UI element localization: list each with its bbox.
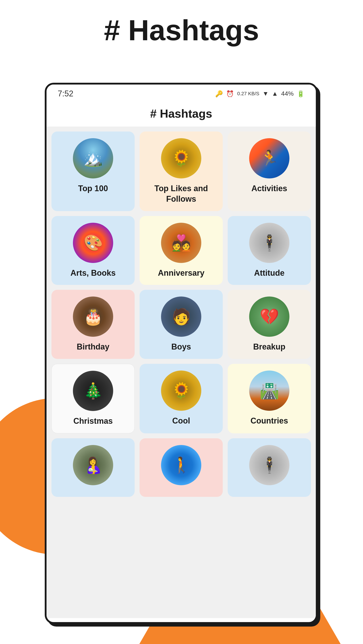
card-toplikes-image [161, 138, 201, 178]
card-top100-label: Top 100 [78, 183, 108, 194]
card-activities-image [249, 138, 290, 178]
card-row5b[interactable] [140, 438, 223, 497]
card-countries-image [249, 370, 290, 411]
app-title-bar: # Hashtags [46, 100, 316, 126]
card-row5c-image [249, 445, 290, 485]
card-top100[interactable]: Top 100 [52, 132, 135, 211]
network-speed: 0.27 KB/S [237, 91, 259, 96]
card-breakup[interactable]: Breakup [228, 290, 311, 359]
card-boys-label: Boys [171, 342, 191, 352]
card-boys[interactable]: Boys [140, 290, 223, 359]
card-birthday-label: Birthday [77, 342, 109, 352]
status-bar: 7:52 🔑 ⏰ 0.27 KB/S ▼ ▲ 44% 🔋 [46, 84, 316, 100]
signal-icon: ▲ [272, 90, 278, 97]
card-christmas-image [73, 371, 113, 411]
card-top100-image [73, 138, 113, 178]
card-boys-image [161, 296, 201, 337]
card-attitude-image [249, 223, 290, 263]
card-attitude-label: Attitude [254, 268, 284, 278]
card-attitude[interactable]: Attitude [228, 216, 311, 285]
card-row5a[interactable] [52, 438, 135, 497]
card-cool[interactable]: Cool [140, 364, 223, 433]
card-activities-label: Activities [252, 183, 287, 194]
battery-level: 44% [281, 90, 294, 97]
card-toplikes-label: Top Likes and Follows [144, 183, 218, 204]
card-birthday[interactable]: Birthday [52, 290, 135, 359]
card-row5b-image [161, 445, 201, 485]
card-anniversary[interactable]: Anniversary [140, 216, 223, 285]
status-time: 7:52 [58, 89, 73, 98]
card-cool-image [161, 370, 201, 411]
battery-icon: 🔋 [297, 90, 304, 98]
wifi-icon: ▼ [262, 90, 269, 97]
key-icon: 🔑 [215, 90, 223, 98]
status-icons: 🔑 ⏰ 0.27 KB/S ▼ ▲ 44% 🔋 [215, 90, 304, 98]
app-content: # Hashtags Top 100 Top Likes and Follows… [46, 100, 316, 618]
card-birthday-image [73, 296, 113, 337]
card-breakup-label: Breakup [253, 342, 286, 352]
card-christmas-label: Christmas [73, 416, 113, 426]
cards-grid: Top 100 Top Likes and Follows Activities… [46, 126, 316, 502]
card-row5c[interactable] [228, 438, 311, 497]
card-row5a-image [73, 445, 113, 485]
card-anniversary-image [161, 223, 201, 263]
card-anniversary-label: Anniversary [158, 268, 204, 278]
card-breakup-image [249, 296, 290, 337]
phone-frame: 7:52 🔑 ⏰ 0.27 KB/S ▼ ▲ 44% 🔋 # Hashtags … [45, 83, 318, 624]
card-christmas[interactable]: Christmas [52, 364, 135, 433]
alarm-icon: ⏰ [226, 90, 234, 98]
card-arts-label: Arts, Books [70, 268, 116, 278]
card-countries[interactable]: Countries [228, 364, 311, 433]
page-title: # Hashtags [0, 14, 363, 47]
card-toplikes[interactable]: Top Likes and Follows [140, 132, 223, 211]
card-activities[interactable]: Activities [228, 132, 311, 211]
card-arts[interactable]: Arts, Books [52, 216, 135, 285]
card-countries-label: Countries [250, 416, 288, 426]
app-title: # Hashtags [150, 107, 212, 120]
card-arts-image [73, 223, 113, 263]
card-cool-label: Cool [172, 416, 190, 426]
